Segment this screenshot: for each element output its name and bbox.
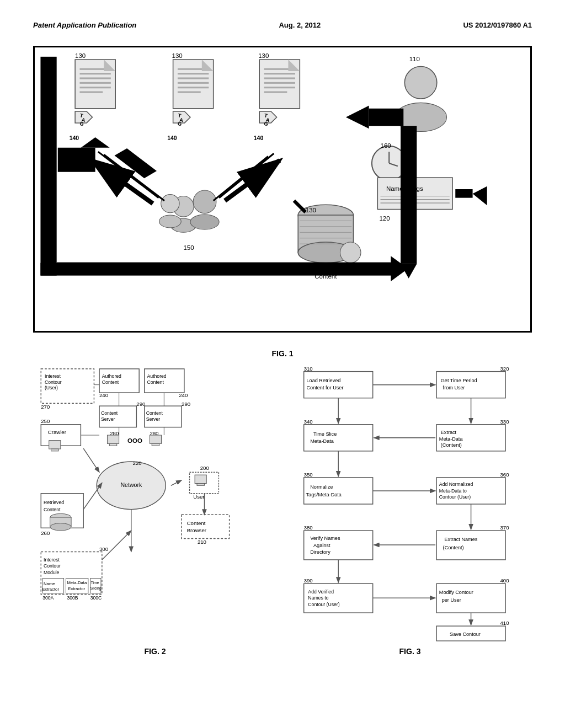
svg-text:(Content): (Content) bbox=[443, 545, 464, 550]
svg-text:120: 120 bbox=[379, 215, 390, 222]
svg-rect-0 bbox=[40, 57, 56, 276]
fig2-container: Interest Contour (User) 270 Authored Con… bbox=[33, 366, 277, 642]
fig2-label: FIG. 2 bbox=[33, 647, 277, 656]
svg-line-81 bbox=[225, 160, 280, 201]
svg-rect-4 bbox=[79, 73, 110, 74]
svg-text:Load Retrieved: Load Retrieved bbox=[307, 378, 341, 383]
fig3-label: FIG. 3 bbox=[288, 647, 532, 656]
svg-text:Against: Against bbox=[313, 543, 331, 548]
svg-text:Browser: Browser bbox=[187, 527, 207, 533]
svg-text:Server: Server bbox=[101, 416, 115, 422]
svg-text:130: 130 bbox=[75, 52, 86, 59]
svg-text:Content for User: Content for User bbox=[307, 385, 344, 390]
svg-text:390: 390 bbox=[304, 577, 313, 584]
svg-rect-90 bbox=[57, 263, 391, 275]
svg-rect-75 bbox=[401, 126, 417, 264]
svg-rect-5 bbox=[79, 77, 110, 79]
svg-rect-194 bbox=[304, 478, 373, 504]
svg-text:Server: Server bbox=[146, 416, 161, 422]
svg-text:150: 150 bbox=[183, 244, 194, 251]
svg-text:Add Normalized: Add Normalized bbox=[439, 481, 473, 487]
people-group: 150 bbox=[159, 190, 220, 251]
svg-rect-153 bbox=[195, 475, 206, 483]
svg-rect-17 bbox=[178, 73, 209, 74]
svg-rect-124 bbox=[51, 449, 58, 451]
svg-text:260: 260 bbox=[41, 530, 50, 536]
svg-text:Normalize: Normalize bbox=[310, 484, 333, 490]
svg-rect-34 bbox=[264, 91, 287, 93]
svg-rect-30 bbox=[264, 73, 295, 74]
svg-rect-123 bbox=[49, 441, 61, 449]
svg-text:(Content): (Content) bbox=[441, 442, 462, 448]
fig1-container: 140 T A G 130 bbox=[33, 46, 532, 333]
svg-text:Retrieved: Retrieved bbox=[44, 500, 64, 505]
svg-rect-19 bbox=[178, 82, 209, 84]
svg-text:220: 220 bbox=[133, 460, 142, 466]
svg-text:250: 250 bbox=[41, 418, 50, 424]
svg-text:Authored: Authored bbox=[102, 373, 121, 379]
svg-text:140: 140 bbox=[70, 135, 79, 141]
svg-marker-74 bbox=[346, 106, 369, 129]
header-publication-type: Patent Application Publication bbox=[33, 21, 136, 29]
svg-text:Verify Names: Verify Names bbox=[310, 536, 340, 541]
svg-text:Crawler: Crawler bbox=[48, 429, 67, 435]
svg-marker-83 bbox=[455, 189, 472, 198]
svg-point-59 bbox=[159, 215, 182, 228]
svg-text:320: 320 bbox=[500, 366, 509, 372]
page: Patent Application Publication Aug. 2, 2… bbox=[0, 0, 565, 728]
svg-text:140: 140 bbox=[167, 135, 177, 141]
svg-text:Time: Time bbox=[91, 581, 99, 585]
svg-text:Tags/Meta-Data: Tags/Meta-Data bbox=[306, 492, 342, 497]
svg-text:Save Contour: Save Contour bbox=[450, 631, 481, 637]
svg-text:330: 330 bbox=[500, 419, 509, 425]
svg-text:from User: from User bbox=[443, 385, 465, 390]
svg-text:270: 270 bbox=[41, 404, 50, 410]
svg-line-169 bbox=[171, 480, 182, 486]
svg-text:Network: Network bbox=[121, 481, 142, 488]
doc2: T A G bbox=[173, 60, 214, 127]
header-patent-number: US 2012/0197860 A1 bbox=[463, 21, 532, 29]
svg-rect-32 bbox=[264, 82, 295, 84]
doc3: T A G bbox=[259, 60, 300, 127]
svg-text:360: 360 bbox=[500, 472, 509, 478]
svg-text:Time Slice: Time Slice bbox=[313, 431, 337, 437]
svg-text:G: G bbox=[177, 120, 182, 127]
svg-text:300A: 300A bbox=[42, 595, 54, 601]
svg-text:290: 290 bbox=[136, 401, 145, 407]
svg-line-82 bbox=[294, 201, 306, 212]
header: Patent Application Publication Aug. 2, 2… bbox=[33, 11, 532, 35]
content-area: 140 T A G 130 bbox=[33, 46, 532, 642]
svg-rect-7 bbox=[79, 87, 110, 88]
svg-text:G: G bbox=[79, 120, 84, 127]
fig3-svg: Load Retrieved Content for User 310 Get … bbox=[288, 366, 532, 642]
svg-rect-31 bbox=[264, 77, 295, 79]
svg-rect-117 bbox=[150, 435, 161, 443]
svg-text:Name: Name bbox=[44, 581, 55, 586]
svg-text:Meta-Data: Meta-Data bbox=[67, 580, 87, 585]
svg-text:Contour (User): Contour (User) bbox=[439, 494, 471, 500]
svg-text:370: 370 bbox=[500, 524, 509, 531]
svg-rect-183 bbox=[304, 425, 373, 451]
svg-line-89 bbox=[214, 156, 268, 200]
svg-rect-115 bbox=[107, 435, 119, 443]
svg-point-56 bbox=[193, 190, 216, 213]
svg-text:Content: Content bbox=[146, 410, 163, 416]
svg-point-57 bbox=[190, 215, 219, 229]
svg-text:340: 340 bbox=[304, 419, 313, 425]
svg-line-168 bbox=[83, 483, 102, 510]
svg-text:300B: 300B bbox=[67, 595, 78, 601]
svg-text:240: 240 bbox=[99, 392, 108, 398]
fig1-label: FIG. 1 bbox=[33, 349, 532, 358]
svg-text:380: 380 bbox=[304, 524, 313, 531]
svg-text:Content: Content bbox=[44, 507, 61, 512]
svg-point-69 bbox=[340, 242, 361, 263]
svg-text:Contour (User): Contour (User) bbox=[308, 602, 339, 607]
svg-text:Content: Content bbox=[147, 379, 164, 385]
svg-rect-154 bbox=[197, 484, 204, 486]
svg-rect-116 bbox=[109, 443, 116, 446]
svg-rect-20 bbox=[178, 87, 209, 88]
svg-text:Meta-Data to: Meta-Data to bbox=[439, 488, 467, 494]
svg-rect-118 bbox=[152, 443, 159, 446]
svg-rect-21 bbox=[178, 91, 201, 93]
svg-text:Add Verified: Add Verified bbox=[308, 589, 334, 595]
